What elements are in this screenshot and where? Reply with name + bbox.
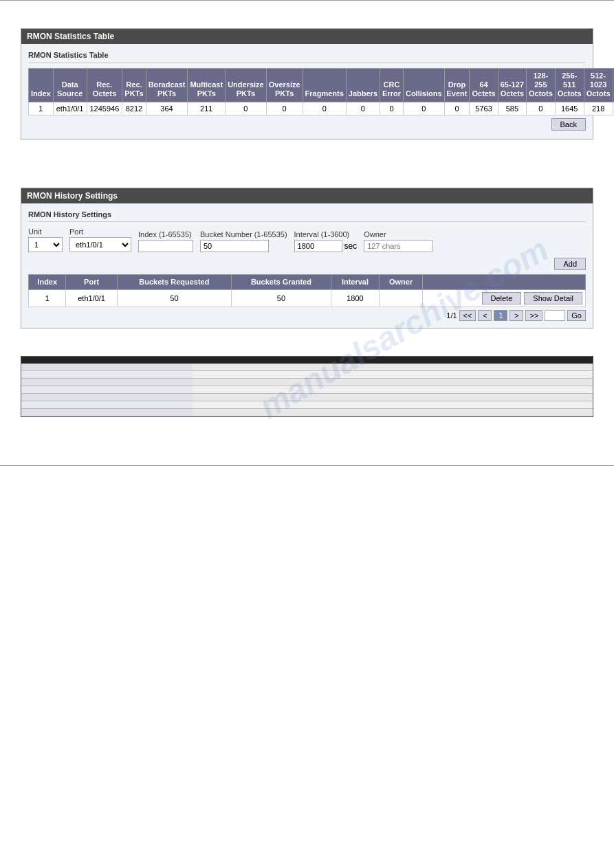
bottom-cell-4-value xyxy=(193,386,593,393)
bottom-row-5 xyxy=(21,393,593,401)
bottom-cell-3-label xyxy=(21,378,193,386)
interval-input[interactable] xyxy=(294,240,342,252)
bucket-input[interactable] xyxy=(200,240,269,252)
bottom-cell-6-label xyxy=(21,401,193,408)
pagination-go-input[interactable] xyxy=(545,310,565,321)
bottom-cell-1-label xyxy=(21,364,193,371)
bottom-row-3 xyxy=(21,378,593,386)
pagination-current[interactable]: 1 xyxy=(494,310,507,321)
add-btn-row: Add xyxy=(28,258,586,270)
col-broadcast-pkts: BoradcastPKTs xyxy=(146,69,188,102)
history-panel-body: RMON History Settings Unit 1 Port eth1/0… xyxy=(21,203,593,328)
port-label: Port xyxy=(69,227,131,236)
pagination-last[interactable]: >> xyxy=(525,310,542,321)
bottom-row-1 xyxy=(21,364,593,371)
add-button[interactable]: Add xyxy=(554,258,586,270)
pagination-prev[interactable]: < xyxy=(478,310,492,321)
port-group: Port eth1/0/1 xyxy=(69,227,131,252)
table-row: 1eth1/0/150501800DeleteShow Detail xyxy=(29,289,586,307)
bucket-group: Bucket Number (1-65535) xyxy=(200,230,287,252)
index-label: Index (1-65535) xyxy=(138,230,193,238)
col-512-1023-octets: 512-1023Octots xyxy=(584,69,613,102)
stats-panel: RMON Statistics Table RMON Statistics Ta… xyxy=(21,28,593,140)
bottom-cell-6-value xyxy=(193,401,593,408)
stats-panel-body: RMON Statistics Table Index DataSource R… xyxy=(21,44,593,139)
index-group: Index (1-65535) xyxy=(138,230,193,252)
col-index: Index xyxy=(29,69,54,102)
unit-label: Unit xyxy=(28,227,63,236)
h-col-buckets-requested: Buckets Requested xyxy=(117,274,231,289)
interval-unit: sec xyxy=(344,241,358,251)
h-col-port: Port xyxy=(66,274,117,289)
owner-group: Owner xyxy=(364,230,432,252)
bottom-panel xyxy=(21,356,593,417)
unit-select[interactable]: 1 xyxy=(28,237,63,252)
stats-inner-title: RMON Statistics Table xyxy=(28,51,586,63)
col-undersize-pkts: UndersizePKTs xyxy=(226,69,267,102)
col-jabbers: Jabbers xyxy=(346,69,380,102)
bottom-table xyxy=(21,364,593,416)
index-input[interactable] xyxy=(138,240,193,252)
table-row: 1eth1/0/11245946821236421100000005763585… xyxy=(29,102,615,115)
col-65-127-octets: 65-127Octets xyxy=(498,69,526,102)
col-128-255-octets: 128-255Octots xyxy=(526,69,555,102)
col-64-octets: 64Octets xyxy=(470,69,498,102)
pagination-info: 1/1 xyxy=(446,311,457,320)
bottom-row-6 xyxy=(21,401,593,408)
bottom-row-4 xyxy=(21,386,593,393)
interval-label: Interval (1-3600) xyxy=(294,230,358,238)
h-col-owner: Owner xyxy=(380,274,423,289)
unit-group: Unit 1 xyxy=(28,227,63,252)
col-crc-error: CRCError xyxy=(380,69,404,102)
col-drop-event: DropEvent xyxy=(444,69,470,102)
history-panel-header: RMON History Settings xyxy=(21,188,593,203)
spacer1 xyxy=(21,160,593,188)
bottom-cell-7-label xyxy=(21,408,193,416)
col-rec-pkts: Rec.PKTs xyxy=(122,69,146,102)
bottom-cell-4-label xyxy=(21,386,193,393)
spacer2 xyxy=(21,349,593,356)
bottom-cell-5-value xyxy=(193,393,593,401)
owner-input[interactable] xyxy=(364,240,432,252)
owner-label: Owner xyxy=(364,230,432,238)
top-divider xyxy=(0,0,614,1)
h-col-buckets-granted: Buckets Granted xyxy=(232,274,331,289)
bottom-row-7 xyxy=(21,408,593,416)
h-col-index: Index xyxy=(29,274,66,289)
bottom-cell-7-value xyxy=(193,408,593,416)
pagination-next[interactable]: > xyxy=(509,310,523,321)
col-256-511-octets: 256-511Octots xyxy=(555,69,584,102)
h-col-interval: Interval xyxy=(331,274,379,289)
col-data-source: DataSource xyxy=(53,69,87,102)
port-select[interactable]: eth1/0/1 xyxy=(69,237,131,252)
col-multicast-pkts: MulticastPKTs xyxy=(188,69,226,102)
bottom-cell-5-label xyxy=(21,393,193,401)
col-oversize-pkts: OversizePKTs xyxy=(266,69,303,102)
back-btn-row: Back xyxy=(28,115,586,132)
bottom-row-2 xyxy=(21,370,593,378)
bottom-cell-1-value xyxy=(193,364,593,371)
interval-group: Interval (1-3600) sec xyxy=(294,230,358,252)
pagination-row: 1/1 << < 1 > >> Go xyxy=(28,307,586,321)
history-form-row: Unit 1 Port eth1/0/1 Index (1-65535) xyxy=(28,227,586,252)
page-wrapper: RMON Statistics Table RMON Statistics Ta… xyxy=(0,14,614,452)
bottom-cell-2-label xyxy=(21,370,193,378)
col-rec-octets: Rec.Octets xyxy=(87,69,122,102)
col-fragments: Fragments xyxy=(303,69,346,102)
bucket-label: Bucket Number (1-65535) xyxy=(200,230,287,238)
bottom-cell-2-value xyxy=(193,370,593,378)
show-detail-button[interactable]: Show Detail xyxy=(524,292,582,304)
history-table: Index Port Buckets Requested Buckets Gra… xyxy=(28,274,586,307)
pagination-first[interactable]: << xyxy=(459,310,476,321)
back-button[interactable]: Back xyxy=(551,118,586,131)
bottom-divider xyxy=(0,465,614,466)
history-inner-title: RMON History Settings xyxy=(28,210,586,222)
pagination-go-button[interactable]: Go xyxy=(567,310,586,321)
stats-panel-header: RMON Statistics Table xyxy=(21,29,593,44)
h-col-actions xyxy=(422,274,585,289)
bottom-cell-3-value xyxy=(193,378,593,386)
delete-button[interactable]: Delete xyxy=(482,292,522,304)
bottom-panel-header xyxy=(21,357,593,364)
col-collisions: Collisions xyxy=(403,69,444,102)
history-panel: RMON History Settings RMON History Setti… xyxy=(21,188,593,329)
